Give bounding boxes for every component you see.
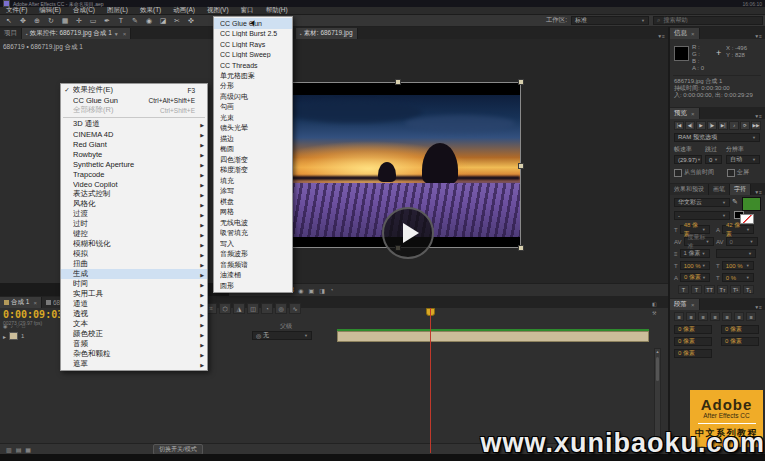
justify-last-left-button[interactable]: ≡ [710,312,720,321]
submenu-item[interactable]: 写入 [214,239,292,250]
menu-item[interactable]: ✓ 全部移除(R) Ctrl+Shift+E ▶ [61,105,207,115]
layer-duration-bar[interactable] [337,331,649,342]
skip-dropdown[interactable]: 0▼ [705,155,722,164]
menubar-item[interactable]: 动画(A) [167,7,201,14]
kerning-dropdown[interactable]: 度量标准▼ [684,237,714,246]
leading-dropdown[interactable]: 42 像素▼ [722,225,754,234]
graph-editor-icon[interactable]: ∿ [289,303,301,314]
audio-switch-icon[interactable]: ♪ [10,323,13,329]
menubar-item[interactable]: 视图(V) [201,7,235,14]
menu-item[interactable]: ✓ 效果控件(E) F3 ▶ [61,85,207,95]
menu-item[interactable]: ✓ 时间 ▶ [61,279,207,289]
menu-item[interactable]: ✓ 杂色和颗粒 ▶ [61,349,207,359]
scrollbar-thumb[interactable] [656,357,659,381]
submenu-item[interactable]: 填充 [214,176,292,187]
tracking-dropdown[interactable]: 0▼ [726,237,758,246]
menubar-item[interactable]: 窗口 [235,7,260,14]
stroke-style-dropdown[interactable]: ▼ [716,249,756,258]
workspace-dropdown[interactable]: 标准▼ [571,16,649,25]
twirl-icon[interactable]: ▸ [3,333,6,340]
menu-item[interactable]: ✓ 过渡 ▶ [61,209,207,219]
auto-keyframe-icon[interactable]: ◎ [275,303,287,314]
close-icon[interactable]: × [691,302,695,308]
fill-color-swatch[interactable] [742,197,761,211]
justify-last-center-button[interactable]: ≡ [722,312,732,321]
submenu-item[interactable]: 网格 [214,207,292,218]
menubar-item[interactable]: 图层(L) [101,7,134,14]
indent-field[interactable]: 0 像素 [674,325,712,334]
hide-shy-icon[interactable]: ◮ [233,303,245,314]
audio-button[interactable]: ♪ [729,121,739,130]
horizontal-scale-dropdown[interactable]: 100 %▼ [722,261,754,270]
align-center-button[interactable]: ≡ [686,312,696,321]
tab-comp-1[interactable]: 合成 1× [0,297,42,308]
menubar-item[interactable]: 文件(F) [0,7,33,14]
close-icon[interactable]: × [33,300,37,306]
faux-bold-button[interactable]: T [678,285,689,294]
close-icon[interactable]: × [123,31,127,37]
pickwhip-icon[interactable]: ◎ [256,332,261,339]
pan-behind-tool[interactable]: ✛ [72,16,86,26]
indent-field[interactable]: 0 像素 [674,349,712,358]
submenu-item[interactable]: 镜头光晕 [214,123,292,134]
all-caps-button[interactable]: TT [704,285,715,294]
comp-marker-icon[interactable]: ◧ [652,301,657,307]
selection-handle[interactable] [395,79,401,85]
pen-tool[interactable]: ✒ [100,16,114,26]
play-button[interactable]: ▶ [696,121,706,130]
selection-handle[interactable] [518,163,524,169]
layer-color-chip[interactable] [9,332,18,340]
panel-menu-icon[interactable]: ▼≡ [751,33,765,39]
help-search-input[interactable]: ⌕ 搜索帮助 [653,16,763,25]
menu-item[interactable]: ✓ CINEMA 4D ▶ [61,129,207,139]
current-time-display[interactable]: 0:00:09:03 [3,309,63,320]
tab-footage[interactable]: ▪ 素材: 686719.jpg [296,28,358,39]
show-snapshot-icon[interactable]: ▣ [308,287,314,294]
justify-last-right-button[interactable]: ≡ [734,312,744,321]
stroke-width-dropdown[interactable]: 1 像素▼ [680,249,710,258]
tab-effects-presets[interactable]: 效果和预设 [670,184,709,195]
submenu-item[interactable]: 油漆桶 [214,270,292,281]
align-left-button[interactable]: ≡ [674,312,684,321]
menu-item[interactable]: ✓ 实用工具 ▶ [61,289,207,299]
submenu-item[interactable]: 单元格图案 [214,71,292,82]
type-tool[interactable]: T [114,16,128,26]
channels-icon[interactable]: ◨ [319,287,325,294]
menu-item[interactable]: ✓ CC Glue Gun Ctrl+Alt+Shift+E ▶ [61,95,207,105]
close-icon[interactable]: × [691,31,695,37]
selection-tool[interactable]: ↖ [2,16,16,26]
draft-3d-icon[interactable]: ⬡ [219,303,231,314]
clone-stamp-tool[interactable]: ◉ [142,16,156,26]
menu-item[interactable]: ✓ 键控 ▶ [61,229,207,239]
ram-preview-button[interactable]: ▶▶ [751,121,761,130]
menu-item[interactable]: ✓ 颜色校正 ▶ [61,329,207,339]
submenu-item[interactable]: 高级闪电 [214,92,292,103]
exposure-icon[interactable]: ◔ [330,287,334,294]
eraser-tool[interactable]: ◪ [156,16,170,26]
menu-item[interactable]: ✓ 过时 ▶ [61,219,207,229]
previous-frame-button[interactable]: ◀| [685,121,695,130]
baseline-shift-dropdown[interactable]: 0 像素▼ [680,273,710,282]
menu-item[interactable]: ✓ 遮罩 ▶ [61,359,207,369]
expand-inout-icon[interactable]: ▦ [25,446,31,453]
selection-handle[interactable] [518,245,524,251]
menubar-item[interactable]: 合成(C) [67,7,101,14]
selection-handle[interactable] [518,79,524,85]
last-frame-button[interactable]: ▶| [718,121,728,130]
submenu-item[interactable]: 勾画 [214,102,292,113]
brush-tool[interactable]: ✎ [128,16,142,26]
menu-item[interactable]: ✓ 通道 ▶ [61,299,207,309]
menu-item[interactable]: ✓ 模糊和锐化 ▶ [61,239,207,249]
font-family-dropdown[interactable]: 华文彩云▼ [674,198,730,207]
menu-item[interactable]: ✓ Video Copilot ▶ [61,179,207,189]
first-frame-button[interactable]: |◀ [674,121,684,130]
video-switch-icon[interactable]: ◉ [3,323,7,329]
comp-button-icon[interactable]: ⚒ [652,310,657,316]
menu-item[interactable]: ✓ Red Giant ▶ [61,139,207,149]
submenu-item[interactable]: 分形 [214,81,292,92]
scroll-up-icon[interactable]: ▲ [655,349,660,354]
submenu-item[interactable]: 光束 [214,113,292,124]
eyedropper-icon[interactable]: ✎ [732,198,738,206]
submenu-item[interactable]: 棋盘 [214,197,292,208]
submenu-item[interactable]: 涂写 [214,186,292,197]
